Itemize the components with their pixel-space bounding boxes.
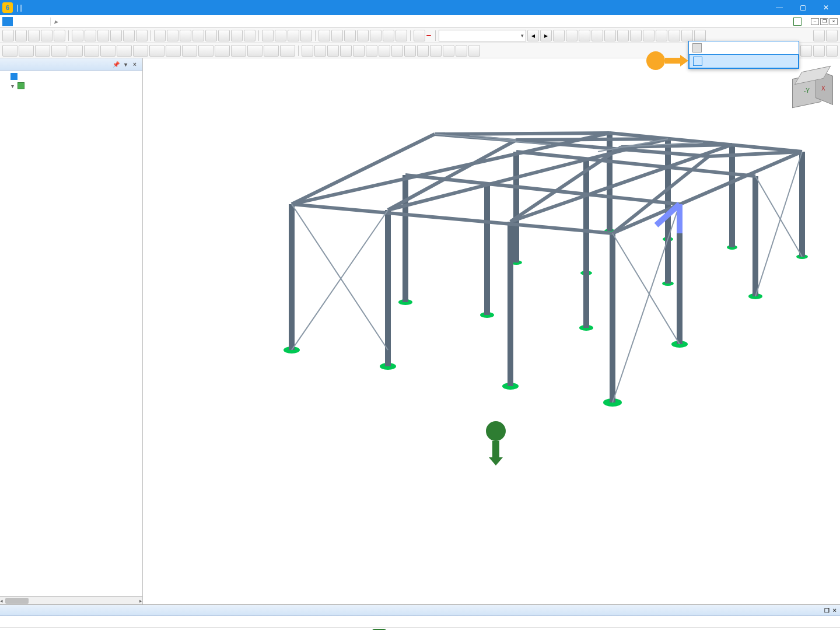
toolbar-button[interactable]	[123, 30, 135, 41]
toolbar-button[interactable]	[353, 45, 365, 57]
toolbar-button[interactable]	[275, 30, 286, 41]
toolbar-button[interactable]	[167, 30, 178, 41]
close-button[interactable]: ✕	[814, 0, 838, 15]
toolbar-button[interactable]	[604, 30, 616, 41]
toolbar-button[interactable]	[668, 30, 680, 41]
toolbar-button[interactable]	[100, 45, 116, 57]
toolbar-button[interactable]	[391, 45, 403, 57]
toolbar-button[interactable]	[2, 45, 18, 57]
toolbar-button[interactable]	[379, 45, 390, 57]
toolbar-button[interactable]	[630, 30, 642, 41]
design-situation-combo[interactable]	[439, 30, 526, 41]
pin-icon[interactable]: ❐	[824, 607, 830, 614]
toolbar-button[interactable]	[198, 45, 214, 57]
toolbar-button[interactable]	[133, 45, 148, 57]
keyword-search[interactable]: ▸	[50, 18, 58, 26]
mdi-minimize[interactable]: –	[811, 18, 819, 25]
toolbar-button[interactable]	[117, 45, 132, 57]
toolbar-button[interactable]	[414, 30, 425, 41]
toolbar-button[interactable]	[149, 45, 164, 57]
pin-icon[interactable]: 📌	[112, 60, 120, 68]
toolbar-button[interactable]	[247, 45, 262, 57]
toolbar-button[interactable]	[443, 45, 454, 57]
toolbar-button[interactable]	[314, 45, 326, 57]
toolbar-button[interactable]	[357, 30, 369, 41]
toolbar-button[interactable]	[218, 30, 230, 41]
toolbar-button[interactable]	[417, 45, 429, 57]
toolbar-button[interactable]	[302, 45, 313, 57]
toolbar-button[interactable]	[85, 30, 96, 41]
mdi-restore[interactable]: ❐	[820, 18, 828, 25]
close-panel-icon[interactable]: ×	[131, 60, 139, 68]
toolbar-button[interactable]	[68, 45, 83, 57]
next-button[interactable]: ▸	[540, 30, 552, 41]
toolbar-button[interactable]	[205, 30, 217, 41]
toolbar-button[interactable]	[192, 30, 204, 41]
toolbar-button[interactable]	[136, 30, 148, 41]
tree-model[interactable]: ▾	[0, 81, 142, 90]
toolbar-button[interactable]	[41, 30, 52, 41]
toolbar-button[interactable]	[430, 45, 442, 57]
toolbar-button[interactable]	[404, 45, 416, 57]
toolbar-button[interactable]	[331, 30, 343, 41]
minimize-button[interactable]: —	[768, 0, 791, 15]
close-panel-icon[interactable]: ×	[833, 607, 836, 614]
toolbar-button[interactable]	[51, 45, 66, 57]
toolbar-button[interactable]	[28, 30, 40, 41]
navigator-tree[interactable]: ▾	[0, 71, 142, 596]
toolbar-button[interactable]	[2, 30, 14, 41]
toolbar-button[interactable]	[579, 30, 590, 41]
toolbar-button[interactable]	[617, 30, 629, 41]
toolbar-button[interactable]	[694, 30, 706, 41]
toolbar-button[interactable]	[344, 30, 356, 41]
toolbar-button[interactable]	[370, 30, 382, 41]
toolbar-button[interactable]	[813, 30, 825, 41]
toolbar-button[interactable]	[288, 30, 299, 41]
toolbar-button[interactable]	[244, 30, 256, 41]
toolbar-button[interactable]	[327, 45, 339, 57]
toolbar-button[interactable]	[681, 30, 693, 41]
toolbar-button[interactable]	[15, 30, 27, 41]
toolbar-button[interactable]	[264, 45, 279, 57]
toolbar-button[interactable]	[340, 45, 352, 57]
toolbar-button[interactable]	[180, 30, 191, 41]
toolbar-button[interactable]	[231, 30, 243, 41]
maximize-button[interactable]: ▢	[791, 0, 814, 15]
mdi-close[interactable]: ×	[830, 18, 838, 25]
toolbar-button[interactable]	[19, 45, 34, 57]
toolbar-button[interactable]	[231, 45, 246, 57]
toolbar-button[interactable]	[800, 45, 812, 57]
toolbar-button[interactable]	[826, 30, 838, 41]
toolbar-button[interactable]	[300, 30, 312, 41]
toolbar-button[interactable]	[826, 45, 838, 57]
toolbar-button[interactable]	[166, 45, 181, 57]
toolbar-button[interactable]	[468, 45, 480, 57]
toolbar-button[interactable]	[553, 30, 565, 41]
toolbar-button[interactable]	[154, 30, 166, 41]
dropdown-icon[interactable]: ▾	[121, 60, 130, 68]
tree-root[interactable]	[0, 72, 142, 81]
app-menu-icon[interactable]	[2, 17, 13, 26]
toolbar-button[interactable]	[72, 30, 83, 41]
toolbar-button[interactable]	[97, 30, 109, 41]
toolbar-button[interactable]	[656, 30, 667, 41]
toolbar-button[interactable]	[456, 45, 467, 57]
toolbar-button[interactable]	[262, 30, 274, 41]
toolbar-button[interactable]	[566, 30, 578, 41]
toolbar-button[interactable]	[84, 45, 99, 57]
toolbar-button[interactable]	[383, 30, 394, 41]
calculate-all-item[interactable]	[689, 41, 799, 54]
toolbar-button[interactable]	[182, 45, 197, 57]
toolbar-button[interactable]	[592, 30, 603, 41]
prev-button[interactable]: ◂	[527, 30, 539, 41]
model-viewport[interactable]: -Y X	[143, 58, 840, 604]
toolbar-button[interactable]	[215, 45, 230, 57]
steel-joint-verify-item[interactable]	[689, 54, 799, 68]
navigator-hscroll[interactable]: ◂▸	[0, 596, 142, 604]
toolbar-button[interactable]	[366, 45, 377, 57]
toolbar-button[interactable]	[643, 30, 654, 41]
toolbar-button[interactable]	[35, 45, 50, 57]
toolbar-button[interactable]	[813, 45, 825, 57]
toolbar-button[interactable]	[318, 30, 330, 41]
toolbar-button[interactable]	[396, 30, 407, 41]
